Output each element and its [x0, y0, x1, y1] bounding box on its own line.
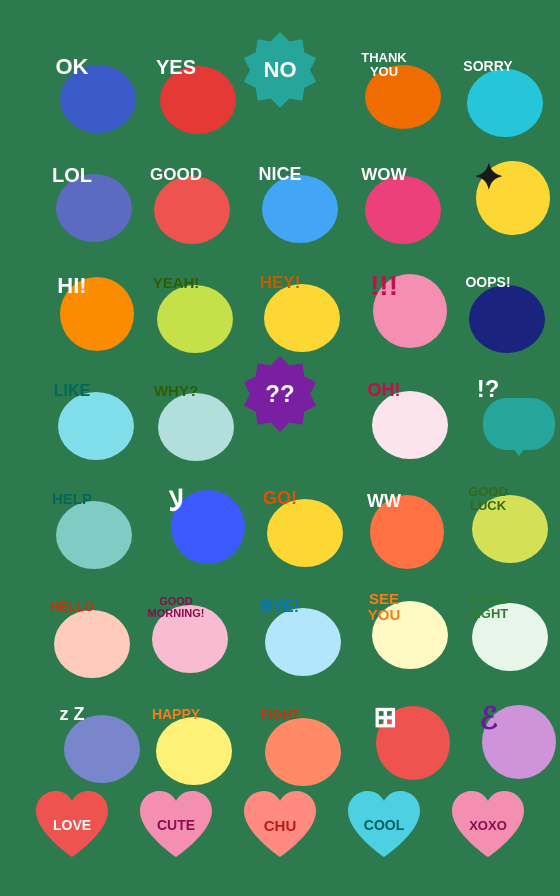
svg-rect-33 [483, 398, 555, 450]
sticker-item[interactable]: NO [230, 18, 330, 122]
svg-point-13 [262, 175, 338, 243]
sticker-item[interactable]: GOOD NIGHT [438, 558, 538, 662]
sticker-item[interactable]: GO! [230, 450, 330, 554]
sticker-item[interactable]: LIKE [22, 342, 122, 446]
sticker-item[interactable]: لا [126, 450, 226, 554]
sticker-item[interactable]: YEAH! [126, 234, 226, 338]
sticker-item[interactable]: FIGHT [230, 666, 330, 770]
sticker-item[interactable]: z Z [22, 666, 122, 770]
sticker-item[interactable]: CHU [230, 774, 330, 878]
sticker-item[interactable]: OK [22, 18, 122, 122]
sticker-item[interactable]: BYE! [230, 558, 330, 662]
svg-point-31 [372, 391, 448, 459]
sticker-grid: OK YES NO [14, 10, 546, 886]
sticker-item[interactable]: CUTE [126, 774, 226, 878]
sticker-item[interactable]: ?? [230, 342, 330, 446]
sticker-item[interactable]: HAPPY [126, 666, 226, 770]
sticker-item[interactable]: WHY? [126, 342, 226, 446]
sticker-item[interactable]: LOL [22, 126, 122, 230]
sticker-item[interactable]: OOPS! [438, 234, 538, 338]
svg-point-38 [267, 499, 343, 567]
sticker-item[interactable]: HELP [22, 450, 122, 554]
sticker-item[interactable]: HI! [22, 234, 122, 338]
sticker-item[interactable]: SEE YOU [334, 558, 434, 662]
sticker-item[interactable]: HEY! [230, 234, 330, 338]
sticker-item[interactable]: !? [438, 342, 538, 446]
sticker-item[interactable]: !!! [334, 234, 434, 338]
sticker-item[interactable]: WOW [334, 126, 434, 230]
sticker-item[interactable]: NICE [230, 126, 330, 230]
sticker-item[interactable]: XOXO [438, 774, 538, 878]
sticker-item[interactable]: YES [126, 18, 226, 122]
sticker-item[interactable]: LOVE [22, 774, 122, 878]
sticker-item[interactable]: GOOD [126, 126, 226, 230]
sticker-item[interactable]: WW [334, 450, 434, 554]
sticker-item[interactable]: ✦ [438, 126, 538, 230]
sticker-item[interactable]: THANK YOU [334, 18, 434, 122]
sticker-item[interactable]: GOOD LUCK [438, 450, 538, 554]
sticker-item[interactable]: ⊞ [334, 666, 434, 770]
sticker-item[interactable]: HELLO [22, 558, 122, 662]
sticker-item[interactable]: SORRY [438, 18, 538, 122]
sticker-item[interactable]: OH! [334, 342, 434, 446]
sticker-item[interactable]: GOOD MORNING! [126, 558, 226, 662]
sticker-item[interactable]: ℰ [438, 666, 538, 770]
sticker-item[interactable]: COOL [334, 774, 434, 878]
